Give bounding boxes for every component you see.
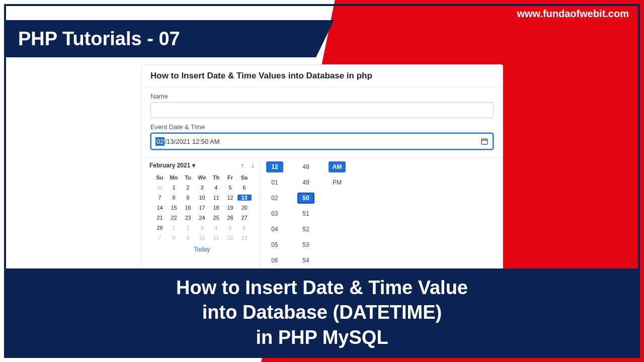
day-cell[interactable]: 18	[209, 205, 223, 211]
day-cell[interactable]: 9	[181, 235, 195, 241]
day-cell[interactable]: 1	[167, 185, 181, 191]
name-label: Name	[150, 93, 494, 100]
day-cell[interactable]: 13	[237, 235, 252, 241]
day-cell[interactable]: 8	[167, 195, 181, 201]
day-cell[interactable]: 3	[195, 225, 209, 231]
card-body: Name Event Date & Time 02/13/2021 12:50 …	[141, 87, 503, 159]
calendar-header: February 2021 ▾ ↑ ↓	[146, 161, 258, 172]
day-cell[interactable]: 15	[167, 205, 181, 211]
day-cell[interactable]: 21	[153, 215, 167, 221]
day-cell[interactable]: 3	[195, 185, 209, 191]
hour-cell[interactable]: 04	[266, 224, 283, 235]
minute-cell[interactable]: 49	[297, 177, 314, 188]
day-cell[interactable]: 11	[209, 235, 223, 241]
day-cell[interactable]: 27	[237, 215, 252, 221]
hour-cell[interactable]: 06	[266, 255, 283, 266]
day-cell[interactable]: 25	[209, 215, 223, 221]
dow-cell: Th	[209, 174, 223, 180]
day-cell[interactable]: 12	[223, 235, 237, 241]
day-cell[interactable]: 10	[195, 235, 209, 241]
hour-cell[interactable]: 03	[266, 208, 283, 219]
site-url: www.fundaofwebit.com	[517, 8, 629, 20]
day-cell[interactable]: 11	[209, 195, 223, 201]
day-cell[interactable]: 2	[181, 225, 195, 231]
datetime-label: Event Date & Time	[150, 123, 494, 131]
dow-cell: Mo	[167, 174, 181, 180]
page-title: PHP Tutorials - 07	[18, 28, 180, 50]
footer-line-3: in PHP MySQL	[256, 325, 388, 350]
svg-rect-0	[481, 139, 488, 144]
name-group: Name	[150, 93, 494, 118]
day-cell[interactable]: 2	[181, 185, 195, 191]
day-cell[interactable]: 4	[209, 185, 223, 191]
datetime-month-sel[interactable]: 02	[155, 137, 165, 146]
day-cell[interactable]: 6	[237, 185, 252, 191]
day-cell[interactable]: 10	[195, 195, 209, 201]
hour-cell[interactable]: 05	[266, 239, 283, 250]
dow-cell: Su	[153, 174, 167, 180]
day-cell[interactable]: 13	[237, 195, 252, 201]
dow-cell: We	[195, 174, 209, 180]
minutes-col: 48495051525354	[297, 161, 314, 266]
minute-cell[interactable]: 54	[297, 255, 314, 266]
name-input[interactable]	[150, 102, 494, 118]
footer-line-2: into Database (DATETIME)	[202, 300, 442, 325]
day-cell[interactable]: 24	[195, 215, 209, 221]
day-cell[interactable]: 31	[153, 185, 167, 191]
minute-cell[interactable]: 50	[297, 193, 314, 204]
ampm-cell[interactable]: AM	[329, 161, 346, 172]
today-link[interactable]: Today	[146, 243, 258, 253]
hour-cell[interactable]: 01	[266, 177, 283, 188]
ampm-cell[interactable]: PM	[329, 177, 346, 188]
day-cell[interactable]: 14	[153, 205, 167, 211]
hour-cell[interactable]: 02	[266, 193, 283, 204]
day-cell[interactable]: 1	[167, 225, 181, 231]
form-card: How to Insert Date & Time Values into Da…	[141, 64, 503, 270]
day-cell[interactable]: 5	[223, 225, 237, 231]
footer-bar: How to Insert Date & Time Value into Dat…	[4, 268, 640, 357]
dow-cell: Sa	[237, 174, 252, 180]
next-month-icon[interactable]: ↓	[251, 161, 255, 169]
day-cell[interactable]: 6	[237, 225, 252, 231]
title-bar: PHP Tutorials - 07	[4, 20, 316, 57]
footer-line-1: How to Insert Date & Time Value	[176, 276, 468, 300]
month-nav: ↑ ↓	[240, 161, 255, 169]
datetime-input[interactable]: 02/13/2021 12:50 AM	[150, 133, 494, 150]
day-cell[interactable]: 26	[223, 215, 237, 221]
month-selector[interactable]: February 2021 ▾	[149, 162, 195, 169]
datetime-picker: February 2021 ▾ ↑ ↓ SuMoTuWeThFrSa311234…	[141, 157, 503, 270]
ampm-col: AMPM	[329, 161, 346, 266]
day-cell[interactable]: 17	[195, 205, 209, 211]
caret-down-icon: ▾	[192, 162, 195, 169]
minute-cell[interactable]: 53	[297, 239, 314, 250]
time-panel: 12010203040506 48495051525354 AMPM	[260, 157, 503, 270]
day-cell[interactable]: 22	[167, 215, 181, 221]
day-cell[interactable]: 4	[209, 225, 223, 231]
day-cell[interactable]: 12	[223, 195, 237, 201]
prev-month-icon[interactable]: ↑	[240, 161, 244, 169]
hour-cell[interactable]: 12	[266, 161, 283, 172]
card-header: How to Insert Date & Time Values into Da…	[141, 65, 503, 87]
day-cell[interactable]: 7	[153, 195, 167, 201]
day-cell[interactable]: 9	[181, 195, 195, 201]
day-cell[interactable]: 8	[167, 235, 181, 241]
day-cell[interactable]: 19	[223, 205, 237, 211]
datetime-text: 02/13/2021 12:50 AM	[155, 137, 220, 146]
minute-cell[interactable]: 48	[297, 161, 314, 172]
day-cell[interactable]: 20	[237, 205, 252, 211]
day-cell[interactable]: 23	[181, 215, 195, 221]
calendar-icon[interactable]	[480, 137, 489, 145]
minute-cell[interactable]: 52	[297, 224, 314, 235]
calendar-panel: February 2021 ▾ ↑ ↓ SuMoTuWeThFrSa311234…	[141, 157, 260, 270]
datetime-group: Event Date & Time 02/13/2021 12:50 AM	[150, 123, 494, 150]
day-cell[interactable]: 16	[181, 205, 195, 211]
calendar-grid: SuMoTuWeThFrSa31123456789101112131415161…	[146, 172, 258, 243]
hours-col: 12010203040506	[266, 161, 283, 266]
dow-cell: Fr	[223, 174, 237, 180]
day-cell[interactable]: 5	[223, 185, 237, 191]
day-cell[interactable]: 28	[153, 225, 167, 231]
dow-cell: Tu	[181, 174, 195, 180]
minute-cell[interactable]: 51	[297, 208, 314, 219]
day-cell[interactable]: 7	[153, 235, 167, 241]
